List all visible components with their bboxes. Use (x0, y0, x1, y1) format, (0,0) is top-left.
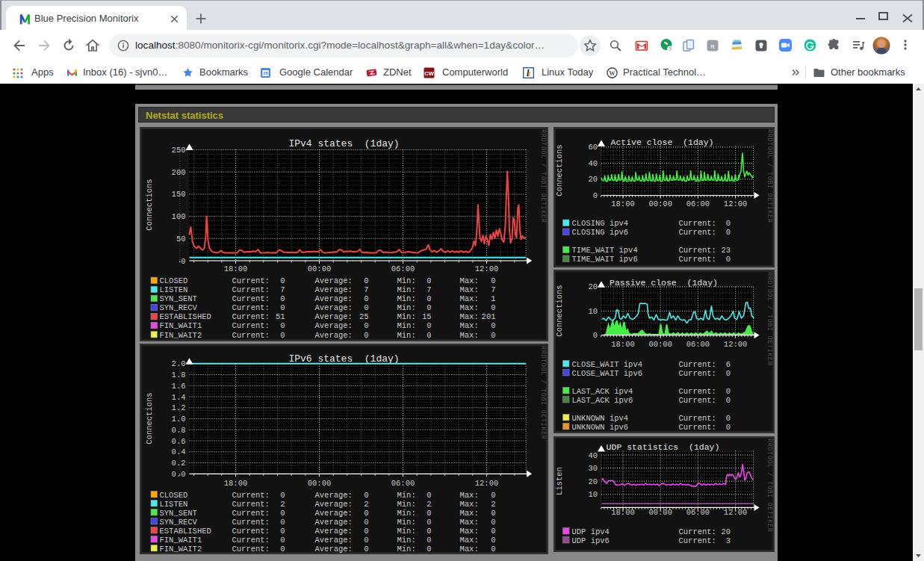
svg-text:Max:: Max: (459, 285, 478, 294)
svg-text:Current:: Current: (678, 228, 716, 237)
svg-text:CLOSED: CLOSED (159, 490, 187, 499)
svg-text:0: 0 (364, 535, 368, 544)
svg-text:0: 0 (491, 508, 495, 517)
svg-text:Max:: Max: (459, 499, 478, 508)
svg-text:18:00: 18:00 (611, 508, 635, 517)
svg-text:Current:: Current: (678, 387, 716, 396)
svg-text:0: 0 (280, 535, 285, 544)
svg-text:20: 20 (588, 477, 598, 486)
svg-text:0: 0 (491, 517, 495, 526)
svg-text:Current:: Current: (678, 414, 716, 423)
svg-text:2: 2 (364, 499, 368, 508)
svg-text:0: 0 (491, 490, 495, 499)
svg-text:Min:: Min: (397, 294, 415, 303)
svg-text:CLOSING ipv4: CLOSING ipv4 (571, 219, 628, 228)
svg-text:0: 0 (427, 517, 431, 526)
svg-text:Current:: Current: (232, 321, 269, 330)
svg-text:0: 0 (280, 517, 285, 526)
svg-text:?: ? (669, 46, 672, 52)
svg-text:06:00: 06:00 (686, 340, 710, 349)
svg-text:0: 0 (364, 544, 368, 553)
svg-text:2.0: 2.0 (171, 359, 185, 368)
svg-text:SYN_RECV: SYN_RECV (159, 517, 197, 526)
svg-text:RRDTOOL / TOBI OETIKER: RRDTOOL / TOBI OETIKER (539, 129, 547, 223)
svg-text:20: 20 (721, 527, 731, 536)
svg-text:Min:: Min: (397, 508, 415, 517)
svg-text:Average:: Average: (314, 321, 352, 330)
svg-text:SYN_SENT: SYN_SENT (159, 294, 196, 303)
svg-text:0: 0 (280, 303, 285, 312)
svg-text:Max:: Max: (459, 517, 478, 526)
svg-text:0: 0 (592, 190, 597, 199)
svg-text:0: 0 (364, 294, 368, 303)
svg-text:1.2: 1.2 (171, 403, 185, 412)
svg-text:Current:: Current: (232, 312, 269, 321)
svg-text:Max:: Max: (459, 276, 478, 285)
svg-text:0: 0 (725, 255, 730, 264)
svg-text:0.4: 0.4 (171, 447, 185, 456)
svg-text:0: 0 (427, 321, 431, 330)
svg-text:Connections: Connections (144, 392, 153, 444)
svg-text:0: 0 (725, 423, 730, 432)
svg-text:Current:: Current: (232, 303, 269, 312)
svg-text:0: 0 (364, 330, 368, 339)
svg-text:Current:: Current: (678, 369, 716, 378)
svg-text:Average:: Average: (314, 303, 352, 312)
svg-text:LAST_ACK ipv6: LAST_ACK ipv6 (571, 396, 633, 405)
svg-text:10: 10 (588, 490, 598, 499)
svg-text:12:00: 12:00 (474, 479, 498, 488)
svg-text:Average:: Average: (314, 312, 352, 321)
svg-text:Current:: Current: (232, 508, 269, 517)
svg-text:23: 23 (721, 246, 731, 255)
svg-text:3: 3 (725, 536, 730, 545)
svg-text:100: 100 (171, 212, 185, 221)
svg-text:18:00: 18:00 (223, 479, 247, 488)
svg-text:Min:: Min: (397, 535, 415, 544)
svg-text:0: 0 (427, 276, 431, 285)
svg-text:0.6: 0.6 (171, 436, 185, 445)
svg-text:30: 30 (588, 464, 598, 473)
svg-text:Listen: Listen (555, 467, 564, 495)
svg-text:20: 20 (588, 282, 598, 291)
svg-text:Min:: Min: (397, 490, 415, 499)
svg-text:0: 0 (491, 276, 495, 285)
svg-text:0: 0 (491, 303, 495, 312)
svg-text:Connections: Connections (554, 144, 563, 196)
svg-text:IPv4 states (1day): IPv4 states (1day) (288, 137, 399, 149)
svg-text:FIN_WAIT2: FIN_WAIT2 (159, 544, 202, 553)
svg-text:TIME_WAIT ipv6: TIME_WAIT ipv6 (571, 255, 637, 264)
svg-text:Max:: Max: (459, 321, 478, 330)
svg-text:Average:: Average: (314, 276, 352, 285)
svg-text:0: 0 (427, 330, 431, 339)
svg-text:7: 7 (427, 285, 431, 294)
svg-text:0: 0 (592, 331, 597, 340)
svg-text:Current:: Current: (232, 285, 269, 294)
svg-text:RRDTOOL / TOBI OETIKER: RRDTOOL / TOBI OETIKER (766, 129, 773, 223)
svg-text:0: 0 (364, 508, 368, 517)
svg-text:FIN_WAIT2: FIN_WAIT2 (159, 330, 202, 339)
svg-text:Average:: Average: (314, 499, 352, 508)
svg-text:12:00: 12:00 (723, 340, 747, 349)
svg-text:2: 2 (491, 499, 495, 508)
svg-text:UNKNOWN ipv4: UNKNOWN ipv4 (571, 414, 628, 423)
svg-text:CLOSING ipv6: CLOSING ipv6 (571, 228, 628, 237)
svg-text:7: 7 (491, 285, 495, 294)
svg-text:250: 250 (171, 146, 185, 155)
svg-text:06:00: 06:00 (391, 479, 415, 488)
svg-text:Average:: Average: (314, 535, 352, 544)
svg-text:0: 0 (364, 526, 368, 535)
svg-text:LISTEN: LISTEN (159, 499, 187, 508)
svg-text:Max:: Max: (459, 303, 478, 312)
svg-text:0: 0 (364, 303, 368, 312)
svg-text:CLOSE_WAIT ipv4: CLOSE_WAIT ipv4 (571, 360, 642, 369)
svg-text:Max:: Max: (459, 526, 478, 535)
svg-text:Min:: Min: (397, 526, 415, 535)
svg-text:ESTABLISHED: ESTABLISHED (159, 312, 211, 321)
svg-text:00:00: 00:00 (307, 264, 331, 273)
svg-text:0: 0 (181, 256, 185, 265)
svg-text:0: 0 (491, 330, 495, 339)
svg-text:1.8: 1.8 (171, 371, 185, 379)
svg-text:Max:: Max: (459, 330, 478, 339)
svg-text:Current:: Current: (232, 294, 269, 303)
svg-text:UNKNOWN ipv6: UNKNOWN ipv6 (571, 423, 628, 432)
